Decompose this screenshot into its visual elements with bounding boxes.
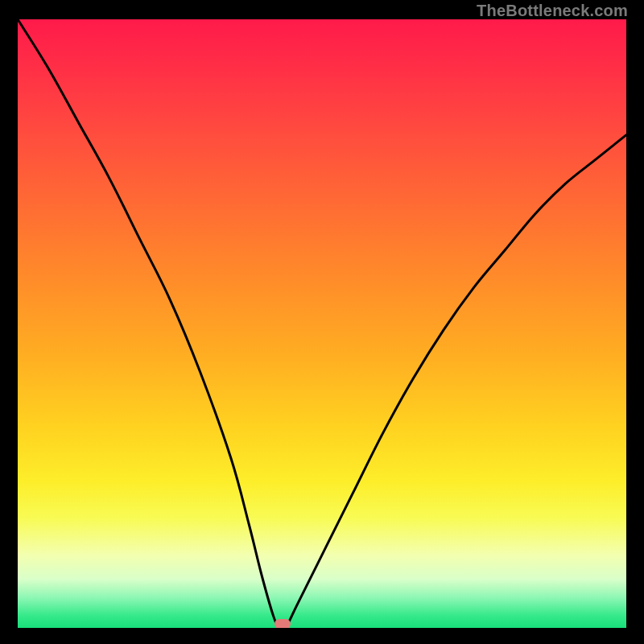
bottleneck-curve	[18, 19, 626, 628]
optimal-point-marker	[275, 619, 291, 628]
attribution-text: TheBottleneck.com	[477, 2, 628, 20]
chart-frame: TheBottleneck.com	[0, 0, 644, 644]
plot-area	[18, 19, 626, 628]
